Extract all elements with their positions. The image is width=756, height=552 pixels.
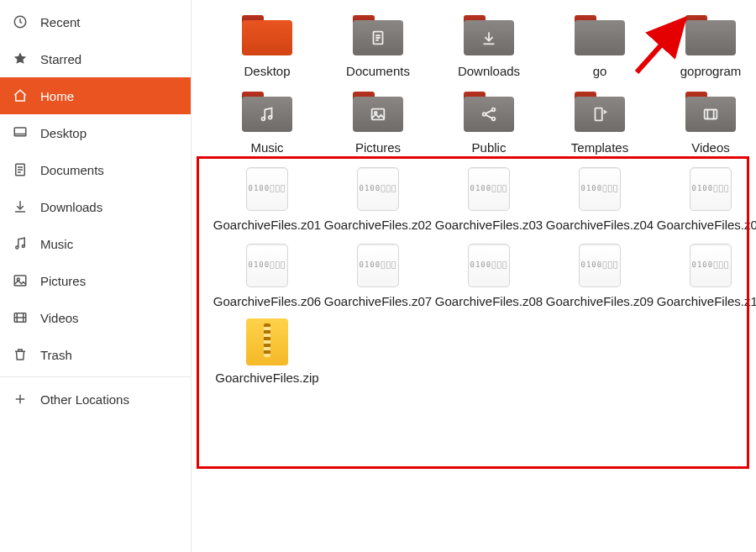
sidebar-item-label: Pictures — [40, 274, 86, 288]
icon-grid: Desktop Documents Downloads go — [192, 8, 756, 385]
folder-music[interactable]: Music — [212, 88, 323, 155]
sidebar-item-pictures[interactable]: Pictures — [0, 262, 191, 299]
plus-icon — [12, 391, 29, 407]
binary-file-icon — [573, 242, 627, 289]
sidebar-item-videos[interactable]: Videos — [0, 299, 191, 336]
svg-point-15 — [492, 118, 496, 121]
sidebar-item-label: Downloads — [40, 200, 102, 214]
svg-point-9 — [262, 118, 265, 121]
sidebar-item-label: Other Locations — [40, 392, 129, 407]
file-z07[interactable]: GoarchiveFiles.z07 — [323, 242, 433, 308]
svg-rect-5 — [14, 276, 26, 286]
folder-icon — [240, 12, 294, 59]
folder-downloads[interactable]: Downloads — [433, 12, 544, 78]
folder-icon — [462, 12, 516, 59]
svg-point-3 — [16, 246, 18, 249]
binary-file-icon — [240, 242, 294, 289]
svg-point-10 — [269, 116, 272, 119]
desktop-icon — [12, 124, 29, 141]
folder-label: Templates — [544, 140, 655, 155]
file-label: GoarchiveFiles.z06 — [212, 294, 323, 308]
file-z09[interactable]: GoarchiveFiles.z09 — [544, 242, 655, 308]
sidebar-item-trash[interactable]: Trash — [0, 336, 191, 373]
sidebar-item-label: Documents — [40, 163, 104, 177]
sidebar-item-music[interactable]: Music — [0, 225, 191, 262]
svg-rect-17 — [705, 110, 717, 119]
sidebar-item-home[interactable]: Home — [0, 77, 191, 114]
folder-pictures[interactable]: Pictures — [323, 88, 433, 155]
folder-label: goprogram — [655, 64, 756, 78]
file-label: GoarchiveFiles.z02 — [323, 218, 433, 232]
folder-videos[interactable]: Videos — [655, 88, 756, 155]
file-z01[interactable]: GoarchiveFiles.z01 — [212, 166, 323, 232]
zip-file-icon — [240, 318, 294, 365]
file-label: GoarchiveFiles.zip — [212, 371, 323, 385]
file-label: GoarchiveFiles.z05 — [655, 218, 756, 232]
file-z03[interactable]: GoarchiveFiles.z03 — [433, 166, 544, 232]
binary-file-icon — [684, 166, 738, 213]
sidebar-item-starred[interactable]: Starred — [0, 40, 191, 77]
file-zip[interactable]: GoarchiveFiles.zip — [212, 318, 323, 385]
folder-go[interactable]: go — [544, 12, 655, 78]
folder-public[interactable]: Public — [433, 88, 544, 155]
file-label: GoarchiveFiles.z01 — [212, 218, 323, 232]
sidebar-item-label: Desktop — [40, 126, 87, 140]
folder-icon — [351, 12, 405, 59]
sidebar-item-label: Starred — [40, 52, 81, 66]
sidebar-item-other-locations[interactable]: Other Locations — [0, 381, 191, 418]
binary-file-icon — [684, 242, 738, 289]
folder-icon — [462, 88, 516, 135]
folder-documents[interactable]: Documents — [323, 12, 433, 78]
folder-desktop[interactable]: Desktop — [212, 12, 323, 78]
folder-templates[interactable]: Templates — [544, 88, 655, 155]
file-label: GoarchiveFiles.z10 — [655, 294, 756, 308]
sidebar-item-downloads[interactable]: Downloads — [0, 188, 191, 225]
sidebar-item-label: Home — [40, 89, 74, 103]
file-z10[interactable]: GoarchiveFiles.z10 — [655, 242, 756, 308]
sidebar-item-documents[interactable]: Documents — [0, 151, 191, 188]
sidebar-item-recent[interactable]: Recent — [0, 3, 191, 40]
svg-rect-11 — [372, 109, 385, 120]
music-icon — [12, 235, 29, 252]
sidebar-item-label: Trash — [40, 348, 72, 362]
videos-icon — [12, 309, 29, 326]
svg-point-14 — [492, 108, 496, 112]
file-z08[interactable]: GoarchiveFiles.z08 — [433, 242, 544, 308]
file-z06[interactable]: GoarchiveFiles.z06 — [212, 242, 323, 308]
binary-file-icon — [240, 166, 294, 213]
home-icon — [12, 87, 29, 104]
file-label: GoarchiveFiles.z07 — [323, 294, 433, 308]
folder-goprogram[interactable]: goprogram — [655, 12, 756, 78]
sidebar-item-label: Recent — [40, 15, 81, 29]
folder-label: Videos — [655, 140, 756, 155]
svg-point-4 — [22, 245, 24, 248]
content-area: Desktop Documents Downloads go — [192, 0, 756, 552]
folder-icon — [240, 88, 294, 135]
sidebar-separator — [0, 376, 191, 377]
sidebar-item-label: Music — [40, 237, 73, 251]
folder-icon — [573, 12, 627, 59]
file-z05[interactable]: GoarchiveFiles.z05 — [655, 166, 756, 232]
downloads-icon — [12, 198, 29, 215]
folder-icon — [351, 88, 405, 135]
folder-label: go — [544, 64, 655, 78]
folder-label: Documents — [323, 64, 433, 78]
binary-file-icon — [351, 166, 405, 213]
binary-file-icon — [462, 242, 516, 289]
file-z04[interactable]: GoarchiveFiles.z04 — [544, 166, 655, 232]
file-label: GoarchiveFiles.z03 — [433, 218, 544, 232]
pictures-icon — [12, 272, 29, 289]
star-icon — [12, 50, 29, 67]
folder-icon — [573, 88, 627, 135]
sidebar-item-desktop[interactable]: Desktop — [0, 114, 191, 151]
documents-icon — [12, 161, 29, 178]
svg-point-13 — [483, 113, 486, 116]
folder-label: Downloads — [433, 64, 544, 78]
svg-rect-1 — [14, 128, 26, 136]
file-label: GoarchiveFiles.z08 — [433, 294, 544, 308]
binary-file-icon — [573, 166, 627, 213]
folder-label: Pictures — [323, 140, 433, 155]
folder-icon — [684, 12, 738, 59]
folder-icon — [684, 88, 738, 135]
file-z02[interactable]: GoarchiveFiles.z02 — [323, 166, 433, 232]
